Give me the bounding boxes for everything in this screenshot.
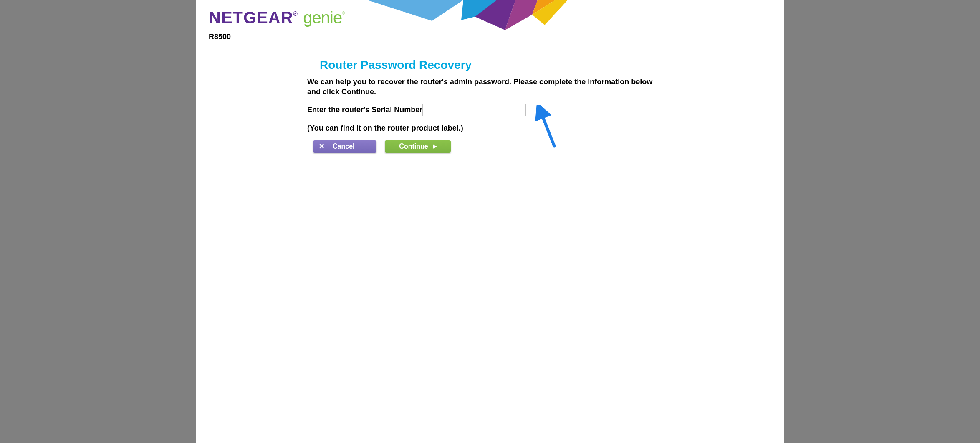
genie-logo-text: genie® [303, 8, 344, 27]
serial-number-input[interactable] [422, 104, 526, 116]
svg-marker-0 [367, 0, 463, 21]
decorative-shapes-icon [367, 0, 568, 31]
content-area: Router Password Recovery We can help you… [307, 42, 683, 153]
svg-line-7 [540, 110, 554, 146]
serial-number-row: Enter the router's Serial Number [307, 104, 683, 116]
annotation-arrow-icon [534, 105, 559, 149]
header: NETGEAR® genie® R8500 [196, 0, 784, 42]
cancel-button-label: Cancel [333, 143, 354, 150]
description-text: We can help you to recover the router's … [307, 77, 662, 97]
page-title: Router Password Recovery [320, 58, 683, 72]
continue-button-label: Continue [399, 143, 428, 150]
logo-area: NETGEAR® genie® [209, 8, 345, 27]
serial-number-hint: (You can find it on the router product l… [307, 124, 683, 133]
model-label: R8500 [209, 33, 231, 41]
close-icon: ✕ [319, 142, 324, 150]
arrow-right-icon: ▶ [433, 143, 437, 149]
continue-button[interactable]: Continue ▶ [385, 140, 451, 153]
page-container: NETGEAR® genie® R8500 Router Password Re… [196, 0, 784, 443]
netgear-logo-text: NETGEAR® [209, 8, 298, 27]
button-row: ✕ Cancel Continue ▶ [313, 140, 683, 153]
cancel-button[interactable]: ✕ Cancel [313, 140, 376, 153]
serial-number-label: Enter the router's Serial Number [307, 106, 422, 114]
